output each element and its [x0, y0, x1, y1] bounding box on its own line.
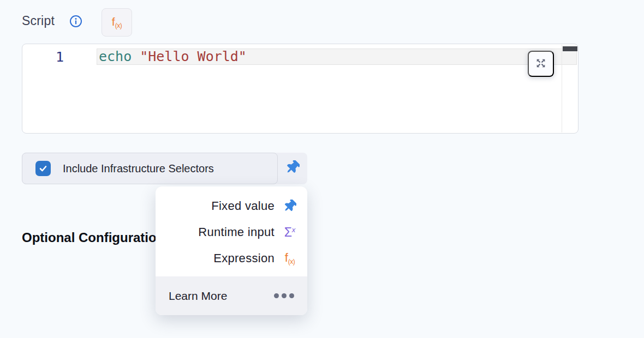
value-type-pin-button[interactable] [278, 153, 307, 184]
fx-icon: f(x) [281, 252, 299, 265]
expand-editor-button[interactable] [528, 51, 554, 77]
editor-scrollbar-thumb[interactable] [563, 46, 577, 51]
script-field-label: Script [22, 14, 55, 28]
script-code-editor[interactable]: 1 echo"Hello World" [22, 44, 579, 134]
learn-more-label: Learn More [169, 289, 227, 303]
include-infra-selectors-field: Include Infrastructure Selectors [22, 153, 307, 184]
include-infra-selectors-label: Include Infrastructure Selectors [63, 162, 214, 175]
fx-icon: f(x) [112, 16, 122, 29]
editor-code-line: echo"Hello World" [99, 49, 247, 65]
code-keyword: echo [99, 49, 132, 64]
value-type-dropdown-menu: Fixed value Runtime input Σx Expression [156, 186, 307, 315]
code-string: "Hello World" [140, 49, 247, 64]
expression-toggle-button[interactable]: f(x) [102, 8, 132, 37]
menu-item-label: Fixed value [211, 199, 275, 213]
include-infra-selectors-checkbox[interactable] [35, 161, 51, 176]
script-step-panel: Script f(x) 1 echo"Hello World" [0, 0, 644, 338]
menu-item-expression[interactable]: Expression f(x) [156, 245, 307, 271]
ellipsis-icon [274, 293, 294, 298]
learn-more-row[interactable]: Learn More [156, 276, 307, 315]
menu-item-fixed-value[interactable]: Fixed value [156, 193, 307, 219]
pushpin-icon [281, 200, 299, 213]
value-type-menu-items: Fixed value Runtime input Σx Expression [156, 186, 307, 271]
menu-item-label: Expression [213, 251, 275, 265]
menu-item-runtime-input[interactable]: Runtime input Σx [156, 219, 307, 245]
include-infra-selectors-row[interactable]: Include Infrastructure Selectors [22, 153, 278, 184]
menu-item-label: Runtime input [198, 225, 275, 239]
editor-line-number: 1 [22, 49, 64, 65]
pushpin-icon [285, 160, 300, 177]
info-icon[interactable] [69, 15, 82, 28]
sigma-x-icon: Σx [281, 226, 299, 239]
editor-scrollbar-track [562, 45, 562, 132]
expand-icon [535, 57, 547, 71]
optional-configuration-heading: Optional Configuration [22, 230, 164, 245]
